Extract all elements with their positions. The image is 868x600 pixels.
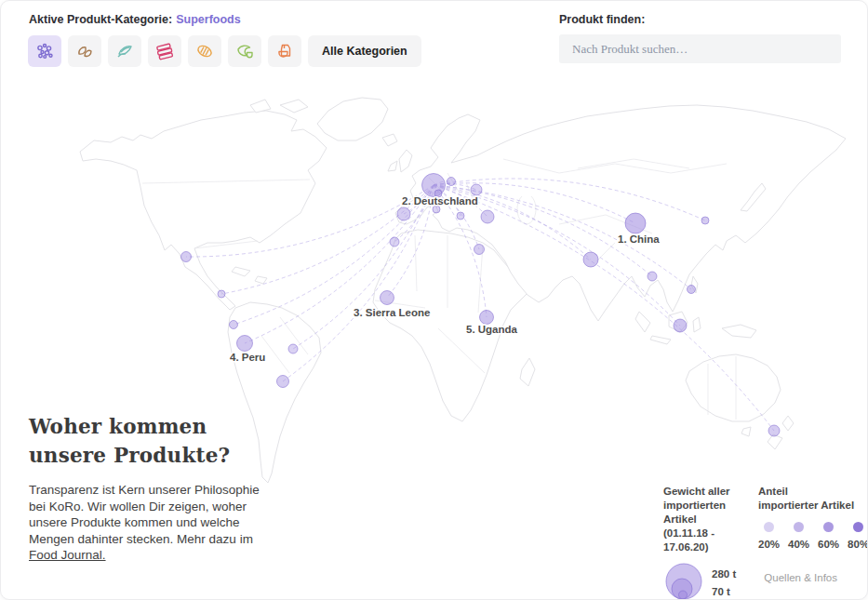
marker-bubble-uganda[interactable] xyxy=(480,311,494,325)
share-dot xyxy=(794,522,804,532)
share-legend-title-1: Anteil xyxy=(758,485,868,499)
marker-bubble[interactable] xyxy=(447,178,456,186)
marker-bubble[interactable] xyxy=(648,272,657,281)
marker-bubble[interactable] xyxy=(474,245,485,255)
category-button-breakfast[interactable] xyxy=(228,35,261,67)
marker-bubble[interactable] xyxy=(583,252,598,267)
continent-path xyxy=(520,358,535,386)
share-dot xyxy=(853,522,863,532)
active-category-line: Aktive Produkt-Kategorie:Superfoods xyxy=(29,13,241,26)
continent-path xyxy=(80,111,327,310)
marker-bubble[interactable] xyxy=(457,212,464,220)
intro-block: Woher kommen unsere Produkte? Transparen… xyxy=(29,412,267,564)
continent-path xyxy=(382,134,397,146)
share-scale-item: 40% xyxy=(788,522,809,552)
search-input[interactable] xyxy=(559,34,841,63)
weight-legend-title-2: importierten Artikel xyxy=(663,499,761,527)
continent-path xyxy=(388,161,397,171)
weight-size-labels: 280 t 70 t 400 kg xyxy=(712,567,745,600)
marker-bubble[interactable] xyxy=(397,207,410,220)
category-button-dried-fruits[interactable] xyxy=(108,35,141,67)
weight-legend-title-1: Gewicht aller xyxy=(663,485,761,499)
category-button-bread[interactable] xyxy=(188,35,221,67)
share-dot xyxy=(823,522,834,532)
weight-scale-circle xyxy=(679,591,688,599)
share-scale-item: 80% xyxy=(848,522,868,552)
weight-legend: Gewicht aller importierten Artikel (01.1… xyxy=(663,485,761,600)
marker-bubble-peru[interactable] xyxy=(237,336,253,352)
page-title: Woher kommen unsere Produkte? xyxy=(29,412,267,470)
share-dot-label: 80% xyxy=(848,538,868,552)
share-legend-title-2: importierter Artikel xyxy=(758,499,868,513)
weight-legend-period: (01.11.18 - 17.06.20) xyxy=(663,527,761,554)
category-button-groceries[interactable] xyxy=(268,35,301,67)
berries-icon xyxy=(34,41,55,61)
continent-path xyxy=(317,98,388,140)
continent-path xyxy=(782,416,794,431)
continent-path xyxy=(280,100,308,113)
marker-bubble[interactable] xyxy=(390,237,399,247)
croissant-icon xyxy=(234,41,255,61)
marker-bubble[interactable] xyxy=(218,290,225,298)
share-scale-item: 60% xyxy=(818,522,839,552)
share-dot-label: 20% xyxy=(758,538,780,552)
marker-label-sierra-leone: 3. Sierra Leone xyxy=(354,307,430,318)
category-button-superfoods[interactable] xyxy=(28,35,61,67)
snack-bars-icon xyxy=(154,41,175,61)
marker-bubble-sierra-leone[interactable] xyxy=(381,291,394,305)
dried-fruit-icon xyxy=(114,41,135,61)
app-card: 2. Deutschland1. China3. Sierra Leone4. … xyxy=(0,0,868,600)
intro-paragraph: Transparenz ist Kern unserer Philosophie… xyxy=(29,482,267,564)
category-button-nuts[interactable] xyxy=(68,35,101,67)
marker-bubble[interactable] xyxy=(277,376,289,388)
continent-path xyxy=(635,312,650,332)
share-opacity-scale: 20%40%60%80% xyxy=(758,522,868,552)
category-bar: Alle Kategorien xyxy=(28,35,421,67)
search-label: Produkt finden: xyxy=(559,13,841,26)
all-categories-button[interactable]: Alle Kategorien xyxy=(308,35,421,67)
continent-path xyxy=(686,354,781,421)
share-dot-label: 40% xyxy=(788,538,809,552)
marker-bubble[interactable] xyxy=(433,206,440,213)
marker-bubble-china[interactable] xyxy=(625,213,646,233)
share-scale-item: 20% xyxy=(758,522,780,552)
grocery-bag-icon xyxy=(274,41,295,61)
marker-bubble[interactable] xyxy=(674,319,687,332)
marker-bubble[interactable] xyxy=(288,344,298,353)
marker-bubble[interactable] xyxy=(688,286,696,294)
bread-icon xyxy=(194,41,215,61)
marker-bubble[interactable] xyxy=(230,321,238,329)
nuts-icon xyxy=(74,41,95,61)
continent-path xyxy=(650,336,671,344)
active-category-label: Aktive Produkt-Kategorie: xyxy=(29,13,172,26)
marker-label-china: 1. China xyxy=(618,233,660,245)
continent-path xyxy=(741,427,751,436)
share-dot xyxy=(764,522,774,532)
marker-bubble[interactable] xyxy=(481,210,494,223)
continent-path xyxy=(722,325,756,338)
weight-scale-circles xyxy=(663,560,706,600)
marker-bubble[interactable] xyxy=(701,217,709,224)
category-button-bars[interactable] xyxy=(148,35,181,67)
continent-path xyxy=(232,267,250,276)
continent-path xyxy=(693,317,701,332)
marker-label-uganda: 5. Uganda xyxy=(466,324,518,335)
continent-path xyxy=(255,276,267,284)
share-legend: Anteil importierter Artikel 20%40%60%80% xyxy=(758,485,868,552)
marker-bubble[interactable] xyxy=(768,425,780,436)
share-dot-label: 60% xyxy=(818,538,839,552)
active-category-value[interactable]: Superfoods xyxy=(176,13,240,26)
marker-label-peru: 4. Peru xyxy=(230,352,265,363)
product-search: Produkt finden: xyxy=(559,13,841,63)
marker-label-deutschland: 2. Deutschland xyxy=(402,195,478,207)
marker-bubble[interactable] xyxy=(471,184,482,195)
food-journal-link[interactable]: Food Journal. xyxy=(29,548,106,562)
continent-path xyxy=(399,150,412,172)
marker-bubble[interactable] xyxy=(181,252,192,262)
sources-link[interactable]: Quellen & Infos xyxy=(764,572,837,583)
